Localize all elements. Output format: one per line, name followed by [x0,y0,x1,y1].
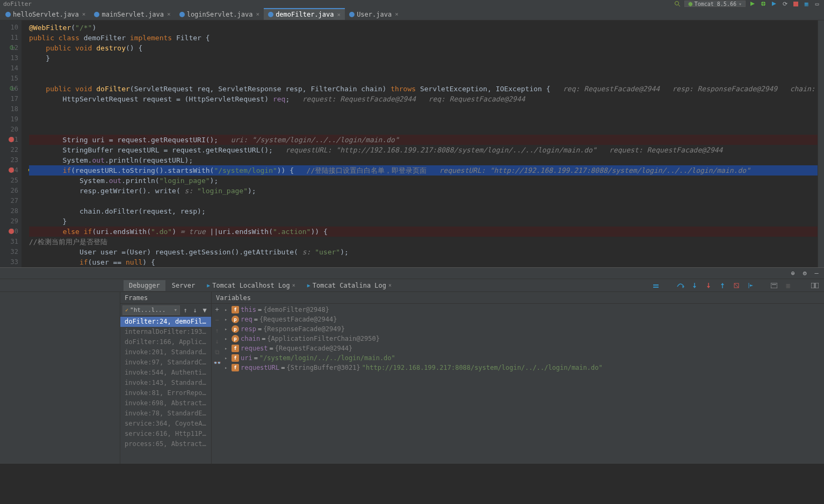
close-icon[interactable]: × [388,282,392,288]
variable-row[interactable]: ▸p chain = {ApplicationFilterChain@2950} [223,334,824,344]
code-line-17[interactable]: HttpServletRequest request = (HttpServle… [29,94,818,104]
code-line-21[interactable]: String uri = request.getRequestURI(); ur… [29,135,818,145]
step-into-icon[interactable] [690,281,699,290]
scroll-strip[interactable] [818,20,824,267]
prev-frame-icon[interactable]: ↑ [181,306,190,315]
layout-toggle-icon[interactable] [810,281,820,290]
tab-user-java[interactable]: User.java× [345,8,403,20]
expand-icon[interactable]: ▸ [225,363,230,372]
more-icon[interactable]: ▭ [813,0,821,8]
coverage-icon[interactable] [770,0,778,8]
code-line-15[interactable] [29,74,818,84]
code-line-10[interactable]: @WebFilter("/*") [29,23,818,33]
code-line-20[interactable] [29,125,818,135]
expand-icon[interactable]: ▸ [225,344,230,353]
variable-row[interactable]: ▸f request = {RequestFacade@2944} [223,344,824,353]
variable-row[interactable]: ▸p req = {RequestFacade@2944} [223,315,824,324]
frame-row[interactable]: invoke:78, StandardEngineVa [120,408,211,419]
frame-row[interactable]: process:65, AbstractProcesso [120,439,211,449]
code-line-33[interactable]: if(user == null) { [29,257,818,267]
code-line-25[interactable]: System.out.println("login_page"); [29,176,818,186]
step-out-icon[interactable] [718,281,727,290]
close-icon[interactable]: × [82,11,86,18]
glasses-icon[interactable]: 👓 [213,359,221,367]
filter-frames-icon[interactable]: ▼ [200,306,209,315]
thread-select[interactable]: "ht...l...▾ [122,305,180,315]
code-line-12[interactable]: public void destroy() { [29,43,818,53]
code-line-30[interactable]: else if(uri.endsWith(".do") = true ||uri… [29,227,818,237]
evaluate-icon[interactable] [769,281,779,290]
variables-list[interactable]: ▸f this = {demoFilter@2948}▸p req = {Req… [212,304,824,464]
gear-icon[interactable]: ⚙ [800,269,809,277]
code-line-14[interactable] [29,63,818,74]
copy-watch-icon[interactable]: ⧉ [213,348,221,356]
frame-row[interactable]: invoke:97, StandardContextV [120,357,211,368]
variable-row[interactable]: ▸f requestURL = {StringBuffer@3021} "htt… [223,363,824,372]
close-icon[interactable]: × [337,11,341,18]
code-line-22[interactable]: StringBuffer requestURL = request.getReq… [29,145,818,155]
search-icon[interactable] [674,0,681,8]
frame-row[interactable]: invoke:698, AbstractAccessLg [120,398,211,408]
code-line-24[interactable]: if(requestURL.toString().startsWith("/sy… [29,165,818,176]
close-icon[interactable]: × [395,11,399,18]
expand-icon[interactable]: ▸ [225,315,230,324]
run-config-select[interactable]: ⬢Tomcat 8.5.66▾ [684,1,746,7]
code-line-19[interactable] [29,114,818,125]
code-line-16[interactable]: public void doFilter(ServletRequest req,… [29,84,818,94]
code-line-29[interactable]: } [29,216,818,227]
close-icon[interactable]: × [292,282,295,288]
minimize-icon[interactable]: — [812,269,821,277]
code-line-28[interactable]: chain.doFilter(request, resp); [29,206,818,216]
expand-icon[interactable]: ▸ [225,324,230,334]
expand-icon[interactable]: ▸ [225,334,230,344]
attach-icon[interactable]: ⟳ [781,0,789,8]
code-line-11[interactable]: public class demoFilter implements Filte… [29,33,818,43]
frame-row[interactable]: invoke:81, ErrorReportValve [120,388,211,398]
tab-loginservlet-java[interactable]: loginServlet.java× [175,8,264,20]
debug-tab-server[interactable]: Server [167,280,200,291]
force-step-into-icon[interactable] [704,281,713,290]
debug-tab-debugger[interactable]: Debugger [124,280,165,291]
trace-icon[interactable]: ▦ [783,281,793,290]
up-watch-icon[interactable]: ↑ [213,326,221,335]
frame-row[interactable]: invoke:143, StandardHostVal [120,378,211,388]
crosshair-icon[interactable]: ⊕ [789,269,797,277]
code-line-26[interactable]: resp.getWriter(). write( s: "login_page"… [29,186,818,196]
tab-helloservlet-java[interactable]: helloServlet.java× [1,8,90,20]
frame-row[interactable]: doFilter:166, ApplicationFilter [120,337,211,347]
run-icon[interactable] [749,0,756,8]
step-over-icon[interactable] [676,281,685,290]
gutter[interactable]: 1011O↑12131415O↑161718192021222324💡25262… [0,20,21,267]
debug-tab-tomcat-localhost-log[interactable]: ▶Tomcat Localhost Log× [201,280,301,291]
down-watch-icon[interactable]: ↓ [213,337,221,346]
tab-demofilter-java[interactable]: demoFilter.java× [264,8,345,20]
drop-frame-icon[interactable] [732,281,741,290]
code-line-31[interactable]: //检测当前用户是否登陆 [29,237,818,247]
variable-row[interactable]: ▸f uri = "/system/login/../../login/main… [223,353,824,363]
debug-tab-tomcat-catalina-log[interactable]: ▶Tomcat Catalina Log× [302,280,397,291]
stop-icon[interactable] [792,0,799,8]
run-to-cursor-icon[interactable] [746,281,755,290]
code-line-13[interactable]: } [29,53,818,63]
tab-mainservlet-java[interactable]: mainServlet.java× [90,8,175,20]
remove-watch-icon[interactable]: − [213,316,221,324]
close-icon[interactable]: × [167,11,171,18]
layout-icon[interactable]: ▦ [803,0,810,8]
variable-row[interactable]: ▸p resp = {ResponseFacade@2949} [223,324,824,334]
add-watch-icon[interactable]: ＋ [213,305,221,313]
expand-icon[interactable]: ▸ [225,353,230,363]
frame-row[interactable]: service:364, CoyoteAdapter [120,419,211,429]
code-line-27[interactable] [29,196,818,206]
variable-row[interactable]: ▸f this = {demoFilter@2948} [223,305,824,315]
debug-icon[interactable] [760,0,767,8]
show-exec-icon[interactable] [652,281,662,290]
frame-row[interactable]: service:616, Http11Processor [120,429,211,439]
frame-row[interactable]: internalDoFilter:193, Applicat [120,327,211,337]
expand-icon[interactable]: ▸ [225,305,230,315]
code-line-18[interactable] [29,104,818,114]
code-area[interactable]: @WebFilter("/*")public class demoFilter … [21,20,818,267]
frames-list[interactable]: doFilter:24, demoFilter (cominternalDoFi… [120,317,211,464]
code-line-23[interactable]: System.out.println(requestURL); [29,155,818,165]
frame-row[interactable]: invoke:544, AuthenticatorBas [120,368,211,378]
code-line-32[interactable]: User user =(User) request.getSession().g… [29,247,818,257]
